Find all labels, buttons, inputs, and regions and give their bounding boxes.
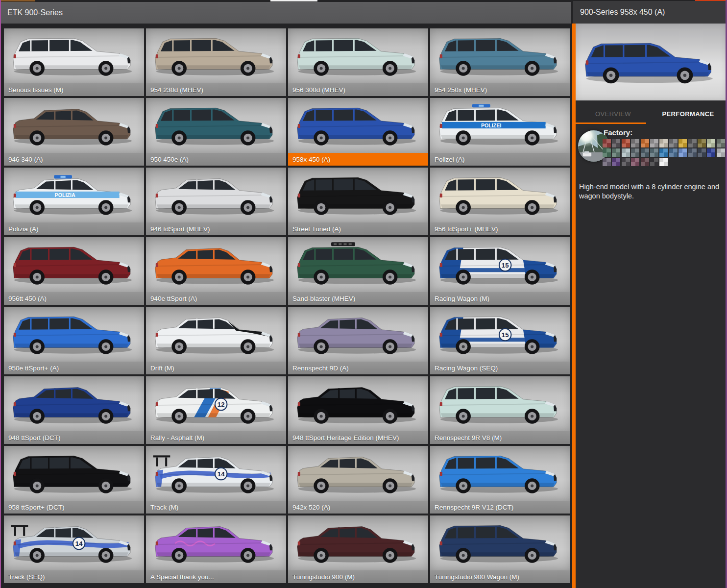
vehicle-card[interactable]: 954 230d (MHEV) — [146, 28, 286, 96]
paint-swatch[interactable] — [650, 158, 658, 166]
paint-swatch[interactable] — [622, 148, 630, 157]
vehicle-label: 956 300d (MHEV) — [288, 83, 428, 96]
vehicle-card-selected[interactable]: 958x 450 (A) — [288, 98, 428, 166]
vehicle-label: 956 tdSport+ (MHEV) — [430, 222, 570, 235]
vehicle-card[interactable]: Sand-blaster (MHEV) — [288, 237, 428, 305]
vehicle-card[interactable]: Serious Issues (M) — [4, 28, 144, 96]
paint-swatch[interactable] — [631, 158, 639, 166]
vehicle-card[interactable]: Tuningstudio 900 (M) — [288, 515, 428, 583]
vehicle-card[interactable]: 15Racing Wagon (M) — [430, 237, 570, 305]
screen-edge-top-left — [1, 0, 35, 1]
paint-swatch[interactable] — [659, 139, 668, 147]
paint-swatch[interactable] — [659, 148, 668, 157]
paint-swatch[interactable] — [612, 158, 620, 166]
vehicle-label: 958x 450 (A) — [288, 153, 428, 166]
vehicle-card[interactable]: 956tt 450 (A) — [4, 237, 144, 305]
vehicle-card[interactable]: Tuningstudio 900 Wagon (M) — [430, 515, 570, 583]
paint-swatch[interactable] — [659, 158, 668, 166]
paint-swatch[interactable] — [641, 139, 649, 147]
vehicle-card[interactable]: 946 340 (A) — [4, 98, 144, 166]
paint-swatch[interactable] — [707, 148, 715, 157]
tab-overview-label: OVERVIEW — [595, 110, 631, 118]
paint-swatch[interactable] — [679, 148, 687, 157]
vehicle-card[interactable]: 954 250x (MHEV) — [430, 28, 570, 96]
paint-swatch[interactable] — [641, 148, 649, 157]
paint-swatch[interactable] — [603, 158, 611, 166]
vehicle-card[interactable]: A Special thank you... — [146, 515, 286, 583]
swatch-row — [603, 139, 726, 147]
vehicle-label: 956tt 450 (A) — [4, 292, 144, 305]
vehicle-thumbnail — [288, 446, 428, 501]
paint-swatch[interactable] — [717, 148, 725, 157]
vehicle-card[interactable]: 14Track (SEQ) — [4, 515, 144, 583]
vehicle-thumbnail — [430, 168, 570, 222]
vehicle-thumbnail — [430, 515, 570, 570]
vehicle-label: 954 250x (MHEV) — [430, 83, 570, 96]
paint-swatch[interactable] — [650, 148, 658, 157]
vehicle-thumbnail: 14 — [4, 515, 144, 570]
vehicle-card[interactable]: Street Tuned (A) — [288, 168, 428, 235]
paint-swatch[interactable] — [650, 139, 658, 147]
vehicle-card[interactable]: 948 ttSport (DCT) — [4, 376, 144, 444]
vehicle-card[interactable]: POLIZIAPolizia (A) — [4, 168, 144, 235]
selected-config-title: 900-Series 958x 450 (A) — [580, 8, 665, 17]
vehicle-card[interactable]: POLIZEIPolizei (A) — [430, 98, 570, 166]
vehicle-thumbnail — [146, 98, 286, 153]
paint-swatch[interactable] — [688, 148, 697, 157]
paint-swatch[interactable] — [622, 139, 630, 147]
vehicle-card[interactable]: Drift (M) — [146, 307, 286, 374]
vehicle-thumbnail: 14 — [146, 446, 286, 501]
paint-swatch[interactable] — [707, 139, 715, 147]
vehicle-card[interactable]: 942x 520 (A) — [288, 446, 428, 514]
vehicle-thumbnail — [288, 98, 428, 153]
vehicle-card[interactable]: Rennspecht 9D (A) — [288, 307, 428, 374]
vehicle-card[interactable]: 950e ttSport+ (A) — [4, 307, 144, 374]
vehicle-card[interactable]: 946 tdSport (MHEV) — [146, 168, 286, 235]
paint-swatch[interactable] — [698, 148, 706, 157]
paint-swatch[interactable] — [679, 139, 687, 147]
vehicle-thumbnail — [4, 376, 144, 431]
factory-label: Factory: — [603, 128, 726, 137]
vehicle-card[interactable]: 15Racing Wagon (SEQ) — [430, 307, 570, 374]
tab-overview[interactable]: OVERVIEW — [576, 103, 651, 124]
vehicle-thumbnail — [430, 446, 570, 501]
paint-swatch[interactable] — [603, 139, 611, 147]
vehicle-card[interactable]: 940e ttSport (A) — [146, 237, 286, 305]
vehicle-card[interactable]: 958 ttSport+ (DCT) — [4, 446, 144, 514]
vehicle-card[interactable]: 950 450e (A) — [146, 98, 286, 166]
tab-performance-label: PERFORMANCE — [662, 110, 714, 118]
screen-edge-left — [0, 0, 1, 588]
paint-swatch[interactable] — [631, 148, 639, 157]
vehicle-label: Rennspecht 9R V8 (M) — [430, 431, 570, 444]
vehicle-label: Track (M) — [146, 501, 286, 514]
paint-swatch[interactable] — [603, 148, 611, 157]
paint-swatch[interactable] — [622, 158, 630, 166]
vehicle-card[interactable]: Rennspecht 9R V8 (M) — [430, 376, 570, 444]
paint-swatch[interactable] — [698, 139, 706, 147]
paint-swatch[interactable] — [612, 148, 620, 157]
detail-tabs: OVERVIEW PERFORMANCE — [576, 103, 726, 124]
vehicle-card[interactable]: 956 300d (MHEV) — [288, 28, 428, 96]
vehicle-label: 958 ttSport+ (DCT) — [4, 501, 144, 514]
paint-swatch[interactable] — [631, 139, 639, 147]
vehicle-card[interactable]: 948 ttSport Heritage Edition (MHEV) — [288, 376, 428, 444]
paint-swatch[interactable] — [669, 139, 678, 147]
vehicle-description: High-end model with a 8 cylinder engine … — [576, 182, 726, 201]
paint-swatch[interactable] — [612, 139, 620, 147]
vehicle-label: 942x 520 (A) — [288, 501, 428, 514]
paint-swatch[interactable] — [641, 158, 649, 166]
vehicle-label: 950e ttSport+ (A) — [4, 362, 144, 374]
paint-swatch[interactable] — [717, 139, 725, 147]
vehicle-card[interactable]: 956 tdSport+ (MHEV) — [430, 168, 570, 235]
vehicle-card[interactable]: 14Track (M) — [146, 446, 286, 514]
paint-swatch[interactable] — [669, 148, 678, 157]
tab-performance[interactable]: PERFORMANCE — [651, 103, 726, 124]
vehicle-thumbnail — [4, 446, 144, 501]
paint-swatch[interactable] — [688, 139, 697, 147]
vehicle-card[interactable]: Rennspecht 9R V12 (DCT) — [430, 446, 570, 514]
model-header: ETK 900-Series — [1, 2, 571, 24]
vehicle-grid: Serious Issues (M)954 230d (MHEV)956 300… — [4, 28, 570, 583]
vehicle-thumbnail — [288, 376, 428, 431]
vehicle-thumbnail — [288, 28, 428, 83]
vehicle-card[interactable]: 12Rally - Asphalt (M) — [146, 376, 286, 444]
